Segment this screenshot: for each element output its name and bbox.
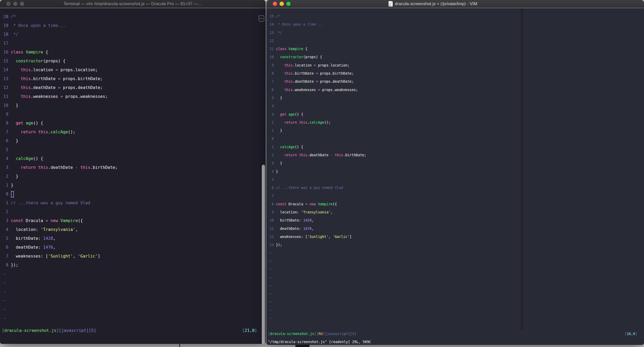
code-token: get	[16, 121, 23, 125]
code-line: 1 }	[3, 181, 266, 190]
code-line: 13 this.birthDate = props.birthDate;	[3, 74, 266, 83]
code-token: ();	[324, 121, 331, 124]
code-line: 14 this.location = props.location;	[3, 65, 266, 74]
title-group: JS dracula-screenshot.js = (/private/tmp…	[389, 1, 477, 7]
code-token: deathDate:	[276, 227, 303, 231]
code-line: 7 this.deathDate = props.deathDate;	[270, 77, 644, 86]
code-token: }	[276, 161, 282, 165]
code-line: 9	[3, 110, 266, 119]
line-number: 7	[3, 254, 11, 259]
line-number: 11	[3, 94, 11, 99]
code-line: 17	[3, 39, 266, 48]
empty-line-tilde: ~	[270, 282, 644, 290]
code-line: 8 get age() {	[3, 119, 266, 128]
code-token: */	[276, 31, 282, 35]
code-line: 3 return this.deathDate - this.birthDate…	[3, 163, 266, 172]
line-number: 10	[270, 55, 276, 59]
line-number: 6	[270, 88, 276, 92]
code-token: ]	[635, 332, 637, 336]
code-token	[11, 85, 21, 90]
code-token: Vampire	[61, 218, 78, 223]
empty-line-tilde: ~	[3, 305, 266, 314]
code-token: =	[61, 94, 63, 99]
code-token: (props) {	[303, 55, 322, 59]
code-token: age	[289, 112, 295, 116]
line-number: 5	[270, 178, 276, 182]
scrollbar-thumb[interactable]	[262, 165, 265, 344]
code-token: =	[56, 67, 58, 72]
code-token: =	[58, 76, 61, 81]
vim-statusline: [dracula-screenshot.js][RO][javascript][…	[268, 330, 637, 338]
code-token: /*	[276, 14, 280, 18]
code-token: props.location;	[58, 67, 98, 72]
code-token: }	[276, 96, 282, 100]
code-token: * Once upon a time...	[276, 22, 322, 26]
code-token: weaknesses: [	[11, 254, 48, 259]
close-button[interactable]	[273, 2, 277, 6]
code-line: 10 birthDate: 1428,	[270, 216, 644, 224]
vim-titlebar[interactable]: JS dracula-screenshot.js = (/private/tmp…	[266, 0, 644, 8]
code-token	[276, 80, 284, 83]
line-number: 12	[3, 85, 11, 90]
code-token: 'Sunlight'	[307, 235, 329, 239]
code-token: /*	[11, 14, 16, 19]
code-token: .deathDate	[31, 85, 58, 90]
desktop: { "windows": [ { "title": "Terminal — vi…	[0, 0, 644, 347]
line-number: 4	[270, 104, 276, 108]
code-token	[11, 121, 16, 125]
code-token: props.weaknesses;	[320, 88, 358, 92]
line-number: 13	[270, 243, 276, 247]
terminal-titlebar[interactable]: Terminal — vim /tmp/dracula-screenshot.j…	[0, 0, 266, 8]
minimize-button[interactable]	[279, 2, 284, 6]
code-token	[23, 50, 26, 55]
code-token: ][	[86, 328, 91, 333]
code-token: ,	[53, 236, 56, 241]
code-token	[23, 121, 26, 125]
code-token: constructor	[16, 58, 43, 63]
code-token: props.deathDate;	[61, 85, 103, 90]
code-line: 18 */	[3, 30, 266, 39]
code-token: ,	[329, 235, 333, 239]
code-token: ,	[312, 218, 314, 222]
line-number: 7	[270, 194, 276, 198]
line-number: 0	[3, 192, 11, 196]
code-token: const	[276, 202, 286, 206]
empty-line-tilde: ~	[270, 290, 644, 298]
code-token	[11, 94, 21, 99]
line-number: 15	[270, 14, 276, 18]
code-line: 0	[270, 135, 644, 143]
split-pane-button[interactable]	[258, 15, 265, 22]
code-token: deathDate:	[11, 245, 43, 250]
line-number: 4	[270, 170, 276, 174]
code-token: ][	[56, 328, 61, 333]
line-number: 20	[3, 14, 11, 19]
code-token: * Once upon a time...	[11, 23, 65, 28]
line-number: 8	[270, 202, 276, 206]
empty-line-tilde: ~	[270, 249, 644, 257]
code-token: {	[303, 47, 307, 51]
code-area[interactable]: 20 /*19 * Once upon a time...18 */17 16 …	[0, 8, 266, 323]
code-line: 4 calcAge() {	[3, 154, 266, 163]
line-number: 10	[270, 218, 276, 222]
code-token: javascript	[61, 328, 86, 333]
line-number: 5	[3, 147, 11, 152]
code-token	[78, 165, 80, 170]
line-number: 1	[270, 145, 276, 149]
code-token: =	[318, 88, 320, 92]
cursor-position: [16,0]	[625, 330, 637, 338]
zoom-button[interactable]	[286, 2, 291, 6]
line-number: 8	[270, 71, 276, 75]
code-token: ]	[254, 328, 257, 333]
code-token: Vampire	[26, 50, 43, 55]
line-number: 16	[3, 50, 11, 55]
code-line: 12 weaknesses: ['Sunlight', 'Garlic']	[270, 233, 644, 241]
code-area[interactable]: 15 /*14 * Once upon a time...13 */12 11 …	[266, 8, 644, 322]
code-token: new	[309, 202, 316, 206]
code-line: 3 get age() {	[270, 110, 644, 118]
empty-line-tilde: ~	[3, 314, 266, 323]
vim-command-line: "/tmp/dracula-screenshot.js" [readonly] …	[268, 338, 642, 345]
code-token: calcAge	[309, 121, 324, 124]
code-token: ]	[349, 235, 351, 239]
code-token: this	[80, 165, 90, 170]
code-token	[297, 153, 299, 157]
